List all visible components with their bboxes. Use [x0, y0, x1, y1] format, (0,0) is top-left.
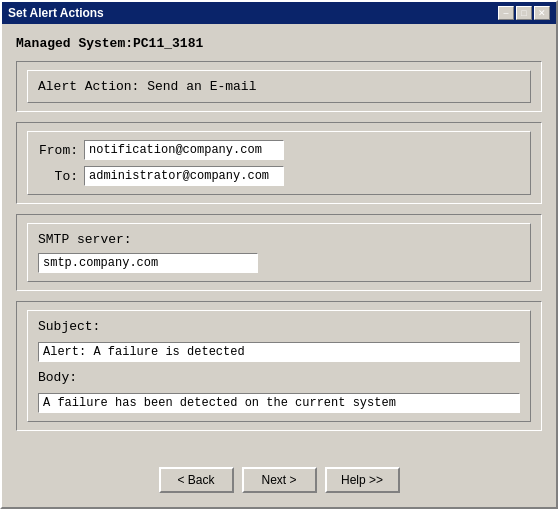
- smtp-label: SMTP server:: [38, 232, 520, 247]
- subject-body-section: Subject: Body:: [16, 301, 542, 431]
- alert-action-section: Alert Action: Send an E-mail: [16, 61, 542, 112]
- alert-action-inner: Alert Action: Send an E-mail: [27, 70, 531, 103]
- window-title: Set Alert Actions: [8, 6, 104, 20]
- smtp-fields: SMTP server:: [38, 232, 520, 273]
- close-button[interactable]: ✕: [534, 6, 550, 20]
- managed-system-label: Managed System:PC11_3181: [16, 36, 542, 51]
- next-button[interactable]: Next >: [242, 467, 317, 493]
- email-section-inner: From: To:: [27, 131, 531, 195]
- to-input[interactable]: [84, 166, 284, 186]
- back-button[interactable]: < Back: [159, 467, 234, 493]
- body-label: Body:: [38, 370, 520, 385]
- smtp-section-inner: SMTP server:: [27, 223, 531, 282]
- from-row: From:: [38, 140, 520, 160]
- from-label: From:: [38, 143, 78, 158]
- smtp-section: SMTP server:: [16, 214, 542, 291]
- maximize-button[interactable]: □: [516, 6, 532, 20]
- set-alert-actions-window: Set Alert Actions – □ ✕ Managed System:P…: [0, 0, 558, 509]
- body-input[interactable]: [38, 393, 520, 413]
- email-fields: From: To:: [38, 140, 520, 186]
- to-label: To:: [38, 169, 78, 184]
- subject-body-fields: Subject: Body:: [38, 319, 520, 413]
- title-bar: Set Alert Actions – □ ✕: [2, 2, 556, 24]
- button-row: < Back Next > Help >>: [2, 457, 556, 507]
- smtp-input[interactable]: [38, 253, 258, 273]
- subject-body-inner: Subject: Body:: [27, 310, 531, 422]
- from-input[interactable]: [84, 140, 284, 160]
- title-bar-controls: – □ ✕: [498, 6, 550, 20]
- subject-input[interactable]: [38, 342, 520, 362]
- main-content: Managed System:PC11_3181 Alert Action: S…: [2, 24, 556, 457]
- alert-action-label: Alert Action: Send an E-mail: [38, 79, 520, 94]
- subject-label: Subject:: [38, 319, 520, 334]
- to-row: To:: [38, 166, 520, 186]
- help-button[interactable]: Help >>: [325, 467, 400, 493]
- email-section: From: To:: [16, 122, 542, 204]
- minimize-button[interactable]: –: [498, 6, 514, 20]
